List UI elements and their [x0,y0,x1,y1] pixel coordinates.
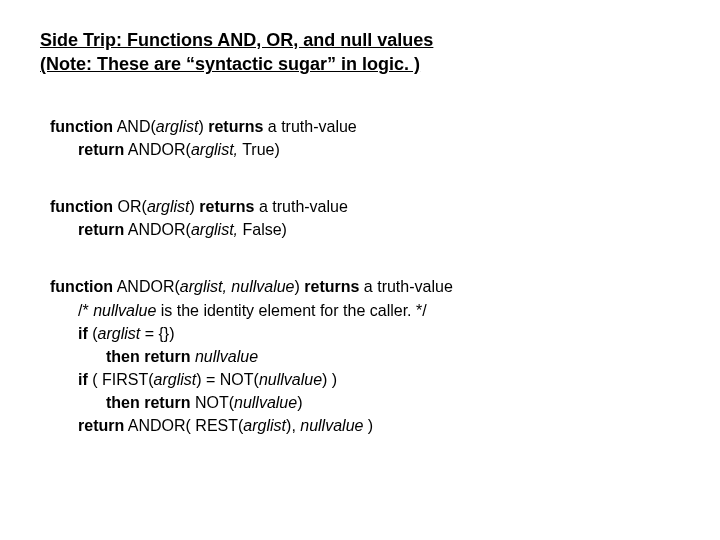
text: ANDOR( [124,221,191,238]
text: ) [190,198,200,215]
text: NOT( [190,394,234,411]
keyword-returns: returns [208,118,263,135]
text: ( [88,325,98,342]
slide: Side Trip: Functions AND, OR, and null v… [0,0,720,540]
text: OR( [113,198,147,215]
text: ) [297,394,302,411]
arg: arglist, nullvalue [180,278,295,295]
or-function-block: function OR(arglist) returns a truth-val… [50,195,674,241]
text: ANDOR( REST( [124,417,243,434]
and-body: return ANDOR(arglist, True) [50,138,674,161]
text: ) [363,417,373,434]
var: nullvalue [93,302,156,319]
andor-signature: function ANDOR(arglist, nullvalue) retur… [50,275,674,298]
keyword-return: return [78,221,124,238]
andor-then1: then return nullvalue [50,345,674,368]
var: nullvalue [259,371,322,388]
andor-comment: /* nullvalue is the identity element for… [50,299,674,322]
arg: arglist, [191,221,238,238]
arg: arglist [156,118,199,135]
keyword-if: if [78,325,88,342]
text: ANDOR( [113,278,180,295]
and-function-block: function AND(arglist) returns a truth-va… [50,115,674,161]
keyword-function: function [50,198,113,215]
or-signature: function OR(arglist) returns a truth-val… [50,195,674,218]
text: ) [295,278,305,295]
text: True) [238,141,280,158]
arg: arglist [243,417,286,434]
andor-if1: if (arglist = {}) [50,322,674,345]
arg: arglist, [191,141,238,158]
var: nullvalue [234,394,297,411]
andor-then2: then return NOT(nullvalue) [50,391,674,414]
var: nullvalue [300,417,363,434]
var: nullvalue [195,348,258,365]
text: ) ) [322,371,337,388]
text: = {}) [140,325,174,342]
text: False) [238,221,287,238]
andor-return: return ANDOR( REST(arglist), nullvalue ) [50,414,674,437]
text: AND( [113,118,156,135]
arg: arglist [98,325,141,342]
andor-function-block: function ANDOR(arglist, nullvalue) retur… [50,275,674,437]
keyword-return: return [78,417,124,434]
keyword-then-return: then return [106,394,190,411]
text: ), [286,417,300,434]
keyword-return: return [78,141,124,158]
text: ANDOR( [124,141,191,158]
keyword-if: if [78,371,88,388]
text: is the identity element for the caller. … [156,302,426,319]
text: /* [78,302,93,319]
text: a truth-value [359,278,452,295]
keyword-function: function [50,278,113,295]
keyword-returns: returns [304,278,359,295]
title-line-2: (Note: These are “syntactic sugar” in lo… [40,54,420,74]
and-signature: function AND(arglist) returns a truth-va… [50,115,674,138]
text: ) = NOT( [196,371,259,388]
arg: arglist [147,198,190,215]
or-body: return ANDOR(arglist, False) [50,218,674,241]
keyword-then-return: then return [106,348,195,365]
arg: arglist [154,371,197,388]
keyword-function: function [50,118,113,135]
text: a truth-value [254,198,347,215]
keyword-returns: returns [199,198,254,215]
andor-if2: if ( FIRST(arglist) = NOT(nullvalue) ) [50,368,674,391]
title-line-1: Side Trip: Functions AND, OR, and null v… [40,30,433,50]
slide-title: Side Trip: Functions AND, OR, and null v… [40,28,674,77]
text: ( FIRST( [88,371,154,388]
text: ) [198,118,208,135]
text: a truth-value [263,118,356,135]
